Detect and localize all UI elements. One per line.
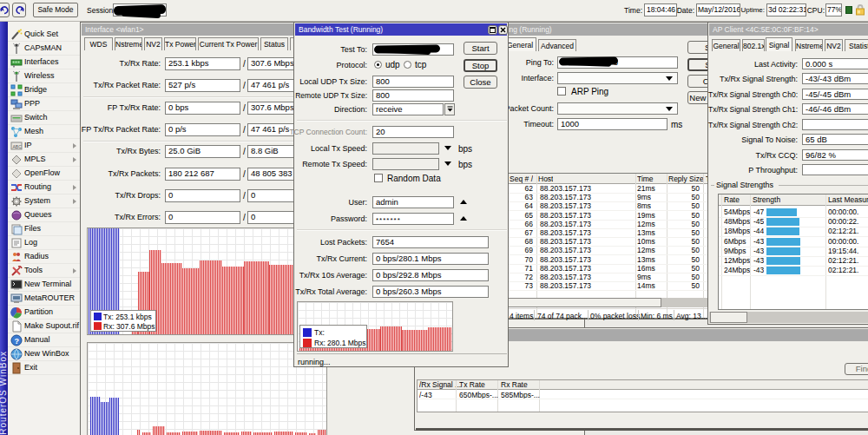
svg-text:ABC: ABC	[13, 144, 23, 149]
svg-text:?: ?	[15, 337, 20, 346]
